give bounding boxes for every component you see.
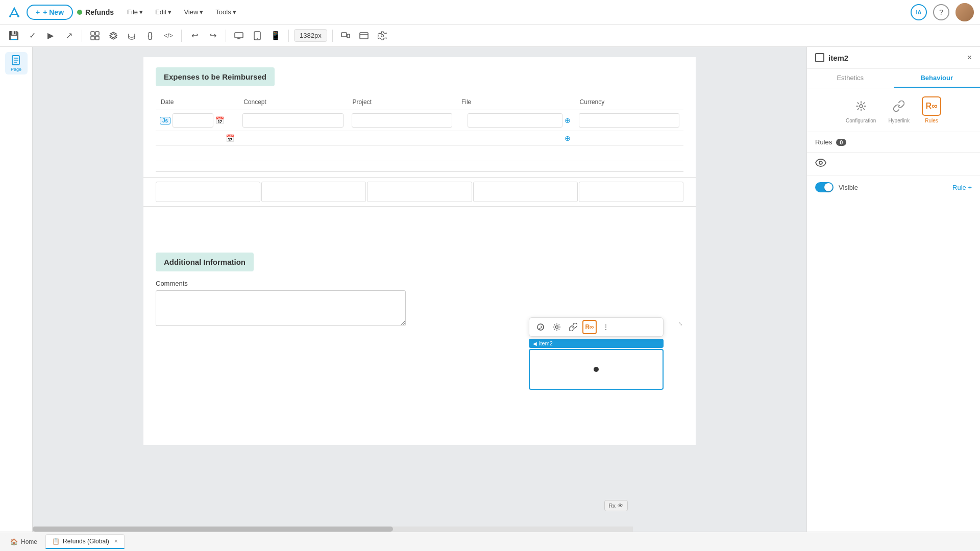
- item2-box[interactable]: [529, 349, 664, 390]
- window-button[interactable]: [356, 28, 372, 43]
- grid-cell-3[interactable]: [367, 182, 472, 202]
- rule-add-button[interactable]: Rule +: [952, 184, 972, 191]
- canvas-area[interactable]: Expenses to be Reimbursed Date Concept P…: [33, 47, 806, 532]
- item2-more-btn[interactable]: ⋮: [599, 320, 613, 334]
- main-layout: Page Expenses to be Reimbursed Date Conc…: [0, 47, 980, 532]
- panel-icons-row: Configuration Hyperlink R∞ Rules: [807, 88, 980, 132]
- col-currency: Currency: [575, 94, 683, 110]
- nav-right-area: IA ?: [911, 3, 974, 21]
- calendar-icon-2[interactable]: 📅: [226, 134, 234, 142]
- project-input-1[interactable]: [352, 113, 452, 128]
- left-sidebar: Page: [0, 47, 33, 532]
- bottom-tabs: 🏠 Home 📋 Refunds (Global) ×: [0, 532, 980, 551]
- layers-button[interactable]: [106, 28, 121, 43]
- currency-input-1[interactable]: [579, 113, 679, 128]
- ia-button[interactable]: IA: [911, 4, 927, 20]
- upload-icon-1[interactable]: ⊕: [565, 116, 571, 124]
- eye-icon[interactable]: [815, 159, 826, 169]
- sidebar-page-icon[interactable]: Page: [5, 52, 28, 74]
- menu-view[interactable]: View ▾: [179, 6, 208, 18]
- right-panel-close-btn[interactable]: ×: [967, 53, 972, 62]
- item2-link-btn[interactable]: [566, 320, 580, 334]
- panel-tabs: Esthetics Behaviour: [807, 69, 980, 88]
- grid-cell-4[interactable]: [473, 182, 578, 202]
- html-button[interactable]: </>: [161, 28, 176, 43]
- item2-config-btn[interactable]: [550, 320, 564, 334]
- menu-file[interactable]: File ▾: [122, 6, 148, 18]
- tab-esthetics[interactable]: Esthetics: [807, 69, 894, 88]
- upload-icon-2[interactable]: ⊕: [565, 134, 571, 142]
- right-panel-item-name: item2: [828, 54, 848, 62]
- table-row-3: [156, 146, 683, 161]
- visible-toggle[interactable]: [815, 182, 834, 192]
- hyperlink-icon-item[interactable]: Hyperlink: [888, 96, 910, 123]
- toggle-knob: [824, 183, 832, 191]
- right-panel: item2 × Esthetics Behaviour Configuratio…: [806, 47, 980, 532]
- currency-cell-2: [575, 131, 683, 146]
- save-button[interactable]: 💾: [6, 28, 21, 43]
- resize-handle: ⤡: [678, 321, 682, 327]
- redo-button[interactable]: ↪: [205, 28, 220, 43]
- confirm-button[interactable]: ✓: [24, 28, 40, 43]
- visible-left: Visible: [815, 182, 858, 192]
- date-cell-2: 📅: [156, 131, 238, 146]
- settings-button[interactable]: [375, 28, 390, 43]
- page-name: Refunds: [85, 8, 114, 16]
- components-button[interactable]: [87, 28, 103, 43]
- grid-cell-2[interactable]: [261, 182, 366, 202]
- expenses-title: Expenses to be Reimbursed: [156, 67, 275, 86]
- main-menu: File ▾ Edit ▾ View ▾ Tools ▾: [122, 6, 241, 18]
- tablet-view-button[interactable]: [250, 28, 265, 43]
- tab-refunds[interactable]: 📋 Refunds (Global) ×: [45, 534, 125, 549]
- rx-badge-bottom[interactable]: Rx 👁: [604, 500, 628, 511]
- menu-edit[interactable]: Edit ▾: [150, 6, 177, 18]
- menu-tools[interactable]: Tools ▾: [210, 6, 241, 18]
- table-row-2: 📅 ⊕: [156, 131, 683, 146]
- divider4: [288, 30, 289, 42]
- undo-button[interactable]: ↩: [187, 28, 202, 43]
- file-input-1[interactable]: [468, 113, 562, 128]
- item2-rules-btn[interactable]: R∞: [582, 320, 597, 334]
- datasource-button[interactable]: [124, 28, 139, 43]
- grid-cell-5[interactable]: [579, 182, 683, 202]
- form-icon: 📋: [52, 538, 60, 545]
- svg-rect-4: [91, 36, 94, 40]
- user-avatar[interactable]: [955, 3, 974, 21]
- desktop-view-button[interactable]: [231, 28, 247, 43]
- tab-behaviour[interactable]: Behaviour: [894, 69, 981, 88]
- code-braces-button[interactable]: {}: [142, 28, 158, 43]
- concept-input-1[interactable]: [242, 113, 343, 128]
- comments-textarea[interactable]: [156, 290, 406, 326]
- calendar-icon-1[interactable]: 📅: [215, 116, 224, 124]
- comments-label: Comments: [156, 280, 683, 287]
- right-panel-header: item2 ×: [807, 47, 980, 69]
- js-badge: Js: [160, 117, 170, 124]
- concept-cell-2: [238, 131, 347, 146]
- tab-home[interactable]: 🏠 Home: [4, 535, 43, 548]
- mobile-view-button[interactable]: 📱: [268, 28, 283, 43]
- svg-rect-11: [347, 34, 350, 38]
- tab-close-btn[interactable]: ×: [114, 538, 118, 545]
- file-cell-1: ⊕: [456, 110, 575, 131]
- app-logo[interactable]: [6, 4, 22, 20]
- rules-count-badge: 0: [836, 139, 846, 146]
- help-button[interactable]: ?: [933, 4, 949, 20]
- new-button[interactable]: + + New: [27, 5, 73, 20]
- horizontal-scrollbar[interactable]: [33, 527, 633, 532]
- config-icon-item[interactable]: Configuration: [846, 96, 876, 123]
- svg-rect-12: [360, 33, 368, 39]
- visible-label: Visible: [839, 184, 858, 191]
- divider1: [82, 30, 82, 42]
- play-button[interactable]: ▶: [43, 28, 58, 43]
- responsive-button[interactable]: [338, 28, 353, 43]
- active-dot: [77, 10, 82, 15]
- item2-palette-btn[interactable]: [533, 320, 548, 334]
- rules-icon-item[interactable]: R∞ Rules: [922, 96, 941, 123]
- current-page-badge: Refunds: [77, 8, 114, 16]
- grid-cell-1[interactable]: [156, 182, 260, 202]
- export-button[interactable]: ↗: [61, 28, 77, 43]
- date-input-1[interactable]: [173, 113, 213, 128]
- right-panel-title: item2: [815, 53, 848, 62]
- rules-text: Rules: [815, 138, 832, 146]
- table-row-1: Js 📅: [156, 110, 683, 131]
